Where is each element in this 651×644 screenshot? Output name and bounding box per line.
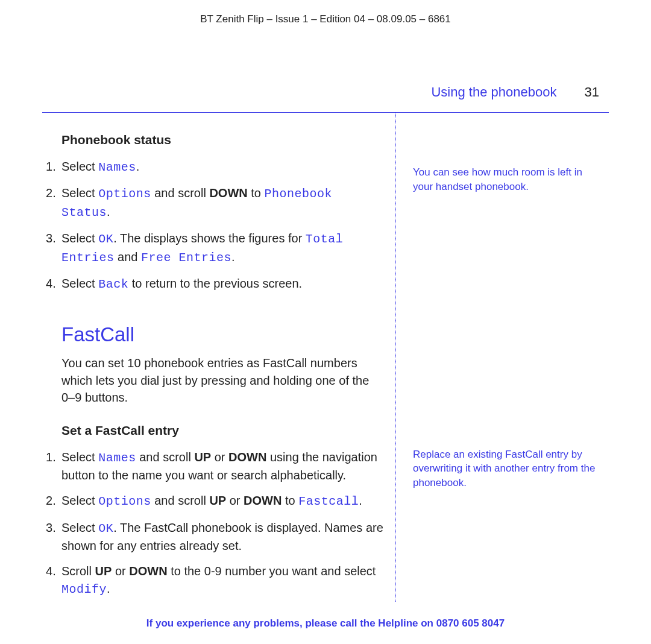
list-item: Select OK. The displays shows the figure… [48, 230, 386, 267]
bold-text: DOWN [228, 450, 266, 464]
list-item: Select Options and scroll UP or DOWN to … [48, 492, 386, 510]
bold-text: UP [194, 450, 211, 464]
lcd-label: Fastcall [298, 494, 359, 508]
step-text: Select [61, 160, 98, 173]
set-fastcall-heading: Set a FastCall entry [61, 423, 386, 438]
lcd-label: Options [98, 494, 151, 508]
lcd-label: Names [98, 451, 136, 465]
spacer [413, 212, 600, 447]
side-note-fastcall: Replace an existing FastCall entry by ov… [413, 447, 600, 490]
step-text: Select [61, 450, 98, 464]
lcd-label: Back [98, 277, 128, 291]
page-header: Using the phonebook 31 [431, 84, 599, 100]
bold-text: DOWN [129, 564, 167, 578]
step-text: Select [61, 186, 98, 200]
lcd-label: Options [98, 187, 151, 201]
step-text: Select [61, 277, 98, 290]
phonebook-status-steps: Select Names. Select Options and scroll … [48, 158, 386, 293]
footer-helpline: If you experience any problems, please c… [0, 617, 651, 630]
bold-text: UP [95, 564, 112, 578]
step-text: and [115, 250, 141, 264]
step-text: Select [61, 232, 98, 245]
step-text: . [107, 582, 110, 595]
step-text: Select [61, 494, 98, 507]
fastcall-intro: You can set 10 phonebook entries as Fast… [61, 355, 386, 406]
bold-text: DOWN [209, 186, 247, 200]
list-item: Select Names. [48, 158, 386, 176]
step-text: and scroll [136, 450, 195, 464]
step-text: and scroll [151, 186, 210, 200]
footer-text: If you experience any problems, please c… [146, 617, 436, 629]
main-column: Phonebook status Select Names. Select Op… [48, 133, 386, 607]
step-text: or [226, 494, 244, 507]
bold-text: DOWN [244, 494, 281, 507]
list-item: Scroll UP or DOWN to the 0-9 number you … [48, 563, 386, 598]
lcd-label: OK [98, 232, 113, 246]
lcd-label: Names [98, 160, 136, 174]
list-item: Select Options and scroll DOWN to Phoneb… [48, 185, 386, 221]
step-text: Scroll [61, 564, 95, 578]
phonebook-status-heading: Phonebook status [61, 133, 386, 147]
step-text: or [211, 450, 228, 464]
lcd-label: Free Entries [141, 251, 231, 265]
side-note-phonebook: You can see how much room is left in you… [413, 165, 600, 194]
helpline-number: 0870 605 8047 [436, 617, 505, 629]
lcd-label: OK [98, 522, 113, 535]
list-item: Select Names and scroll UP or DOWN using… [48, 449, 386, 484]
step-text: and scroll [151, 494, 210, 507]
bold-text: UP [209, 494, 226, 507]
set-fastcall-steps: Select Names and scroll UP or DOWN using… [48, 449, 386, 599]
horizontal-rule [42, 112, 609, 113]
step-text: . [107, 205, 110, 218]
step-text: or [112, 564, 129, 578]
step-text: . The displays shows the figures for [113, 232, 306, 245]
fastcall-heading: FastCall [61, 323, 386, 346]
page-number: 31 [585, 84, 599, 99]
list-item: Select OK. The FastCall phonebook is dis… [48, 519, 386, 555]
step-text: to [281, 494, 298, 507]
lcd-label: Modify [61, 582, 107, 596]
vertical-rule [395, 112, 396, 602]
step-text: . [136, 160, 140, 173]
list-item: Select Back to return to the previous sc… [48, 275, 386, 293]
step-text: . [231, 250, 235, 264]
section-title: Using the phonebook [431, 84, 556, 99]
step-text: to return to the previous screen. [128, 277, 302, 290]
side-column: You can see how much room is left in you… [413, 165, 600, 508]
step-text: to the 0-9 number you want and select [168, 564, 376, 578]
step-text: to [248, 186, 265, 200]
document-header: BT Zenith Flip – Issue 1 – Edition 04 – … [0, 0, 651, 25]
step-text: . [359, 494, 362, 507]
step-text: Select [61, 521, 98, 534]
